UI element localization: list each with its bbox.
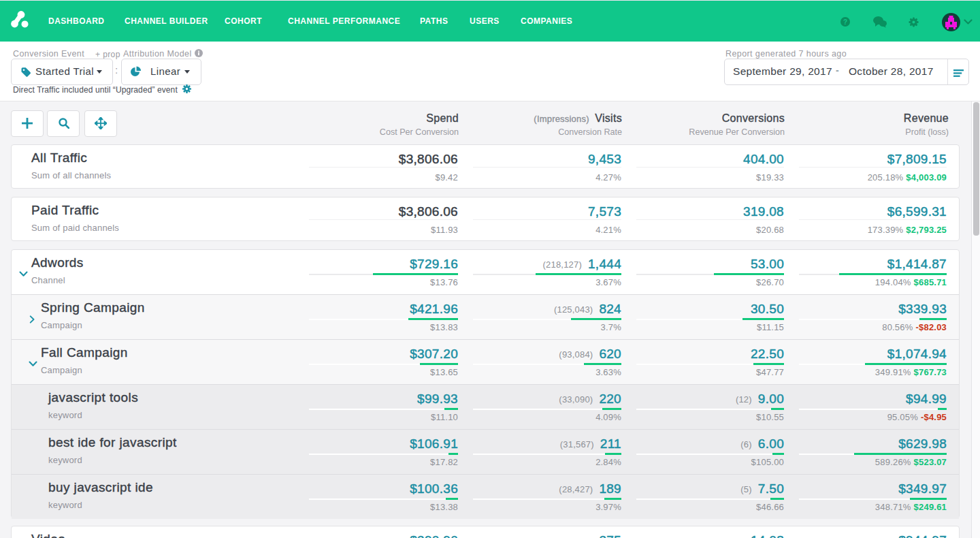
svg-text:?: ? bbox=[843, 18, 847, 26]
